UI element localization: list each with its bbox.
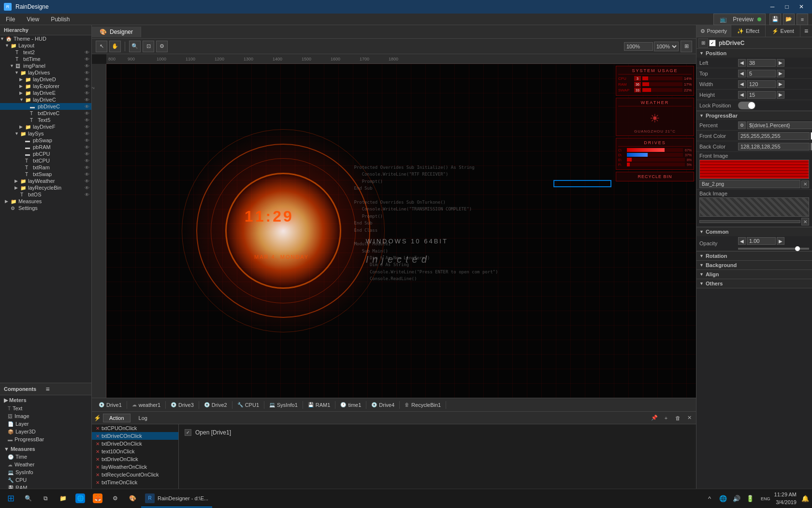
- measure-weather[interactable]: ☁Weather: [0, 461, 91, 468]
- taskbar-search[interactable]: 🔍: [19, 490, 37, 508]
- comp-text[interactable]: TText: [0, 404, 91, 412]
- action-txtdrived[interactable]: ✕txtDriveDOnClick: [92, 440, 178, 448]
- prop-width-input[interactable]: [747, 80, 776, 88]
- tab-cpu1[interactable]: 🔧CPU1: [232, 401, 264, 409]
- grid-settings-btn[interactable]: ⚙: [156, 41, 168, 52]
- components-menu-icon[interactable]: ≡: [46, 385, 88, 393]
- component-enabled-checkbox[interactable]: ✓: [709, 40, 716, 46]
- action-txtdrivec[interactable]: ✕txtDriveCOnClick: [92, 432, 178, 440]
- designer-tab[interactable]: 🎨 Designer: [92, 27, 141, 37]
- tree-item-txttime[interactable]: T txtTime 👁: [0, 56, 91, 62]
- comp-layer3d[interactable]: 📦Layer3D: [0, 428, 91, 435]
- zoom-input[interactable]: [624, 42, 653, 51]
- comp-progressbar[interactable]: ▬ProgressBar: [0, 435, 91, 443]
- hand-tool[interactable]: ✋: [109, 41, 121, 52]
- prop-front-color-input[interactable]: [738, 132, 810, 140]
- prop-top-inc[interactable]: ▶: [777, 70, 784, 77]
- taskbar-taskview[interactable]: ⧉: [37, 490, 54, 508]
- action-txtdrive[interactable]: ✕txtDriveOnClick: [92, 455, 178, 463]
- tree-item-laydrivef[interactable]: ▶ 📁 layDriveF 👁: [0, 123, 91, 130]
- bottom-close-btn[interactable]: ✕: [684, 413, 694, 423]
- menu-file[interactable]: File: [4, 15, 17, 24]
- battery-icon[interactable]: 🔋: [745, 494, 755, 504]
- tree-item-theme---hud[interactable]: ▼ 🏠 Theme - HUD: [0, 35, 91, 42]
- background-section-header[interactable]: ▼ Background: [696, 261, 812, 269]
- tree-item-pbram[interactable]: ▬ pbRAM 👁: [0, 144, 91, 150]
- pointer-tool[interactable]: ↖: [96, 41, 107, 52]
- position-section-header[interactable]: ▼ Position: [696, 49, 812, 58]
- tree-item-pbdrivec[interactable]: ▬ pbDriveC 👁: [0, 103, 91, 110]
- taskbar-start[interactable]: ⊞: [2, 490, 19, 508]
- prop-height-dec[interactable]: ◀: [738, 91, 746, 99]
- grid-toggle[interactable]: ⊞: [681, 41, 692, 52]
- taskbar-raindesigner[interactable]: R RainDesigner - d:\E...: [141, 490, 212, 508]
- prop-height-inc[interactable]: ▶: [777, 91, 784, 99]
- comp-image[interactable]: 🖼Image: [0, 412, 91, 420]
- progressbar-section-header[interactable]: ▼ ProgressBar: [696, 111, 812, 120]
- prop-opacity-input[interactable]: [747, 237, 776, 245]
- tree-item-laydrived[interactable]: ▶ 📁 layDriveD 👁: [0, 76, 91, 83]
- save-button[interactable]: 💾: [769, 14, 781, 25]
- taskbar-browser1[interactable]: 🌐: [72, 490, 89, 508]
- tree-item-imgpanel[interactable]: ▼ 🖼 imgPanel 👁: [0, 62, 91, 69]
- prop-left-dec[interactable]: ◀: [738, 59, 746, 67]
- action-txtrecycle[interactable]: ✕txtRecycleCountOnClick: [92, 471, 178, 478]
- tree-item-laysys[interactable]: ▼ 📁 laySys 👁: [0, 130, 91, 137]
- action-tab[interactable]: Action: [103, 414, 130, 422]
- measure-sysinfo[interactable]: 💻SysInfo: [0, 468, 91, 476]
- common-section-header[interactable]: ▼ Common: [696, 227, 812, 236]
- prop-width-inc[interactable]: ▶: [777, 80, 784, 88]
- tree-item-measures[interactable]: ▶ 📁 Measures: [0, 198, 91, 205]
- prop-tb-btn1[interactable]: ⊞: [698, 38, 708, 48]
- measure-cpu[interactable]: 🔧CPU: [0, 476, 91, 484]
- tree-item-txtram[interactable]: T txtRam 👁: [0, 164, 91, 171]
- prop-left-input[interactable]: [747, 59, 776, 67]
- taskbar-time[interactable]: 11:29 AM 3/4/2019: [774, 491, 797, 506]
- tree-item-layexplorer[interactable]: ▶ 📁 layExplorer 👁: [0, 83, 91, 90]
- taskbar-paint[interactable]: 🎨: [124, 490, 141, 508]
- taskbar-browser2[interactable]: 🦊: [89, 490, 106, 508]
- prop-percent-icon[interactable]: ⚙: [738, 121, 746, 129]
- bottom-pin-btn[interactable]: 📌: [650, 413, 659, 423]
- tab-drive3[interactable]: 💿Drive3: [166, 401, 199, 409]
- open-button[interactable]: 📂: [783, 14, 795, 25]
- lock-toggle[interactable]: [738, 102, 755, 109]
- tree-item-txtos[interactable]: T txtOS 👁: [0, 191, 91, 198]
- minimize-button[interactable]: ─: [766, 0, 779, 14]
- tree-item-txtcpu[interactable]: T txtCPU 👁: [0, 157, 91, 164]
- tab-property[interactable]: ⚙ Property: [696, 25, 731, 37]
- taskbar-settings[interactable]: ⚙: [106, 490, 124, 508]
- tab-event[interactable]: ⚡ Event: [766, 25, 800, 37]
- right-panel-menu[interactable]: ≡: [800, 25, 812, 37]
- zoom-select[interactable]: 100% 50% 200%: [654, 42, 679, 51]
- prop-height-input[interactable]: [747, 91, 776, 99]
- tab-weather1[interactable]: ☁weather1: [127, 401, 166, 409]
- maximize-button[interactable]: □: [780, 0, 794, 14]
- tree-item-txtswap[interactable]: T txtSwap 👁: [0, 171, 91, 178]
- tab-sysinfo1[interactable]: 💻SysInfo1: [264, 401, 303, 409]
- rotation-section-header[interactable]: ▼ Rotation: [696, 252, 812, 260]
- menu-button[interactable]: ≡: [797, 14, 808, 25]
- sys-tray-chevron[interactable]: ^: [705, 494, 714, 504]
- prop-left-inc[interactable]: ▶: [777, 59, 784, 67]
- tab-time1[interactable]: 🕐time1: [335, 401, 366, 409]
- tree-item-layrecyclebin[interactable]: ▶ 📁 layRecycleBin 👁: [0, 184, 91, 191]
- bottom-add-btn[interactable]: +: [661, 413, 671, 423]
- measure-time[interactable]: 🕐Time: [0, 453, 91, 461]
- log-tab[interactable]: Log: [132, 414, 154, 422]
- tree-item-laydrivec[interactable]: ▼ 📁 layDriveC 👁: [0, 96, 91, 103]
- tab-drive2[interactable]: 💿Drive2: [199, 401, 232, 409]
- others-section-header[interactable]: ▼ Others: [696, 279, 812, 288]
- tree-item-pbswap[interactable]: ▬ pbSwap 👁: [0, 137, 91, 144]
- tree-item-pbcpu[interactable]: ▬ pbCPU 👁: [0, 150, 91, 157]
- back-image-clear[interactable]: ✕: [801, 218, 809, 225]
- action-txttime[interactable]: ✕txtTimeOnClick: [92, 478, 178, 486]
- tree-item-text2[interactable]: T text2 👁: [0, 49, 91, 56]
- volume-icon[interactable]: 🔊: [732, 494, 741, 504]
- zoom-in-btn[interactable]: 🔍: [129, 41, 141, 52]
- prop-percent-input[interactable]: [747, 121, 812, 129]
- tab-effect[interactable]: ✨ Effect: [731, 25, 766, 37]
- tab-drive1[interactable]: 💿Drive1: [94, 401, 127, 409]
- menu-publish[interactable]: Publish: [49, 15, 72, 24]
- tab-ram1[interactable]: 💾RAM1: [303, 401, 336, 409]
